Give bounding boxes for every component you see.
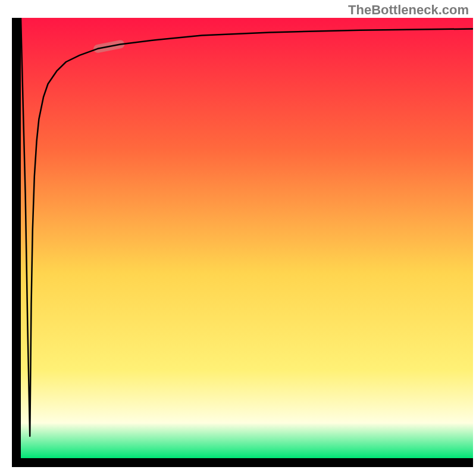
attribution-label: TheBottleneck.com [348, 2, 469, 18]
x-axis-bar [12, 458, 473, 467]
chart-container: TheBottleneck.com [0, 0, 476, 476]
y-axis-bar [12, 18, 21, 458]
bottleneck-chart [0, 0, 476, 476]
plot-background [21, 18, 473, 458]
